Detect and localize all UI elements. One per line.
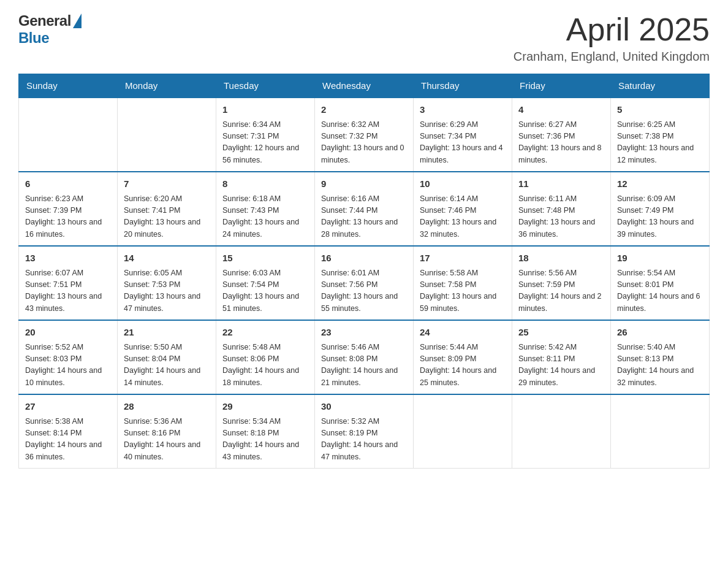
day-info: Sunrise: 5:58 AMSunset: 7:58 PMDaylight:… [420, 267, 506, 315]
day-header-saturday: Saturday [611, 74, 710, 98]
day-info: Sunrise: 5:44 AMSunset: 8:09 PMDaylight:… [420, 342, 506, 389]
calendar-cell: 10Sunrise: 6:14 AMSunset: 7:46 PMDayligh… [414, 172, 512, 246]
day-info: Sunrise: 6:11 AMSunset: 7:48 PMDaylight:… [518, 193, 604, 241]
calendar-cell: 24Sunrise: 5:44 AMSunset: 8:09 PMDayligh… [414, 320, 512, 394]
day-number: 27 [25, 400, 111, 414]
month-year-title: April 2025 [514, 12, 710, 47]
calendar-cell: 18Sunrise: 5:56 AMSunset: 7:59 PMDayligh… [512, 246, 611, 320]
day-info: Sunrise: 6:01 AMSunset: 7:56 PMDaylight:… [321, 267, 407, 315]
day-info: Sunrise: 5:56 AMSunset: 7:59 PMDaylight:… [518, 267, 604, 315]
day-info: Sunrise: 6:25 AMSunset: 7:38 PMDaylight:… [617, 119, 703, 167]
calendar-cell: 29Sunrise: 5:34 AMSunset: 8:18 PMDayligh… [216, 394, 315, 469]
day-number: 4 [518, 103, 604, 117]
calendar-cell: 1Sunrise: 6:34 AMSunset: 7:31 PMDaylight… [216, 98, 315, 172]
calendar-cell: 3Sunrise: 6:29 AMSunset: 7:34 PMDaylight… [414, 98, 512, 172]
calendar-cell: 26Sunrise: 5:40 AMSunset: 8:13 PMDayligh… [611, 320, 710, 394]
day-header-tuesday: Tuesday [216, 74, 315, 98]
day-number: 14 [124, 251, 210, 266]
day-number: 22 [222, 326, 308, 340]
calendar-week-row: 13Sunrise: 6:07 AMSunset: 7:51 PMDayligh… [19, 246, 710, 320]
day-info: Sunrise: 5:46 AMSunset: 8:08 PMDaylight:… [321, 342, 407, 389]
day-number: 20 [25, 326, 111, 340]
day-number: 7 [124, 177, 210, 191]
day-info: Sunrise: 6:29 AMSunset: 7:34 PMDaylight:… [420, 119, 506, 167]
day-info: Sunrise: 5:50 AMSunset: 8:04 PMDaylight:… [124, 342, 210, 389]
calendar-cell: 20Sunrise: 5:52 AMSunset: 8:03 PMDayligh… [19, 320, 118, 394]
day-number: 23 [321, 326, 407, 340]
calendar-cell: 2Sunrise: 6:32 AMSunset: 7:32 PMDaylight… [315, 98, 414, 172]
day-number: 21 [124, 326, 210, 340]
logo-general-text: General [18, 12, 71, 29]
logo: General Blue [18, 12, 82, 47]
day-number: 9 [321, 177, 407, 191]
day-number: 26 [617, 326, 703, 340]
day-number: 6 [25, 177, 111, 191]
calendar-cell: 28Sunrise: 5:36 AMSunset: 8:16 PMDayligh… [118, 394, 216, 469]
day-info: Sunrise: 6:34 AMSunset: 7:31 PMDaylight:… [222, 119, 308, 167]
calendar-cell: 5Sunrise: 6:25 AMSunset: 7:38 PMDaylight… [611, 98, 710, 172]
day-info: Sunrise: 5:54 AMSunset: 8:01 PMDaylight:… [617, 267, 703, 315]
calendar-cell: 15Sunrise: 6:03 AMSunset: 7:54 PMDayligh… [216, 246, 315, 320]
calendar-table: SundayMondayTuesdayWednesdayThursdayFrid… [18, 74, 710, 469]
calendar-cell [512, 394, 611, 469]
calendar-cell: 12Sunrise: 6:09 AMSunset: 7:49 PMDayligh… [611, 172, 710, 246]
day-info: Sunrise: 5:36 AMSunset: 8:16 PMDaylight:… [124, 416, 210, 464]
day-info: Sunrise: 5:38 AMSunset: 8:14 PMDaylight:… [25, 416, 111, 464]
calendar-cell: 8Sunrise: 6:18 AMSunset: 7:43 PMDaylight… [216, 172, 315, 246]
day-number: 17 [420, 251, 506, 266]
logo-triangle-icon [73, 13, 82, 28]
calendar-cell: 16Sunrise: 6:01 AMSunset: 7:56 PMDayligh… [315, 246, 414, 320]
day-info: Sunrise: 6:09 AMSunset: 7:49 PMDaylight:… [617, 193, 703, 241]
day-header-friday: Friday [512, 74, 611, 98]
day-number: 8 [222, 177, 308, 191]
calendar-cell: 27Sunrise: 5:38 AMSunset: 8:14 PMDayligh… [19, 394, 118, 469]
day-header-monday: Monday [118, 74, 216, 98]
day-info: Sunrise: 6:05 AMSunset: 7:53 PMDaylight:… [124, 267, 210, 315]
day-number: 10 [420, 177, 506, 191]
calendar-cell [118, 98, 216, 172]
calendar-cell: 17Sunrise: 5:58 AMSunset: 7:58 PMDayligh… [414, 246, 512, 320]
calendar-cell: 21Sunrise: 5:50 AMSunset: 8:04 PMDayligh… [118, 320, 216, 394]
page-header: General Blue April 2025 Cranham, England… [18, 12, 710, 64]
title-section: April 2025 Cranham, England, United King… [514, 12, 710, 64]
logo-blue-text: Blue [18, 29, 49, 46]
calendar-week-row: 27Sunrise: 5:38 AMSunset: 8:14 PMDayligh… [19, 394, 710, 469]
day-info: Sunrise: 6:20 AMSunset: 7:41 PMDaylight:… [124, 193, 210, 241]
day-info: Sunrise: 6:07 AMSunset: 7:51 PMDaylight:… [25, 267, 111, 315]
day-number: 5 [617, 103, 703, 117]
calendar-cell: 14Sunrise: 6:05 AMSunset: 7:53 PMDayligh… [118, 246, 216, 320]
day-header-sunday: Sunday [19, 74, 118, 98]
calendar-cell: 4Sunrise: 6:27 AMSunset: 7:36 PMDaylight… [512, 98, 611, 172]
day-number: 3 [420, 103, 506, 117]
day-number: 16 [321, 251, 407, 266]
day-number: 19 [617, 251, 703, 266]
calendar-cell: 7Sunrise: 6:20 AMSunset: 7:41 PMDaylight… [118, 172, 216, 246]
day-info: Sunrise: 5:52 AMSunset: 8:03 PMDaylight:… [25, 342, 111, 389]
calendar-cell: 11Sunrise: 6:11 AMSunset: 7:48 PMDayligh… [512, 172, 611, 246]
day-number: 1 [222, 103, 308, 117]
day-number: 12 [617, 177, 703, 191]
calendar-week-row: 20Sunrise: 5:52 AMSunset: 8:03 PMDayligh… [19, 320, 710, 394]
calendar-header-row: SundayMondayTuesdayWednesdayThursdayFrid… [19, 74, 710, 98]
day-info: Sunrise: 6:18 AMSunset: 7:43 PMDaylight:… [222, 193, 308, 241]
day-number: 13 [25, 251, 111, 266]
day-info: Sunrise: 5:40 AMSunset: 8:13 PMDaylight:… [617, 342, 703, 389]
day-number: 29 [222, 400, 308, 414]
calendar-cell: 22Sunrise: 5:48 AMSunset: 8:06 PMDayligh… [216, 320, 315, 394]
day-info: Sunrise: 5:34 AMSunset: 8:18 PMDaylight:… [222, 416, 308, 464]
calendar-cell: 30Sunrise: 5:32 AMSunset: 8:19 PMDayligh… [315, 394, 414, 469]
day-number: 15 [222, 251, 308, 266]
calendar-week-row: 1Sunrise: 6:34 AMSunset: 7:31 PMDaylight… [19, 98, 710, 172]
day-info: Sunrise: 6:03 AMSunset: 7:54 PMDaylight:… [222, 267, 308, 315]
calendar-cell: 23Sunrise: 5:46 AMSunset: 8:08 PMDayligh… [315, 320, 414, 394]
day-number: 2 [321, 103, 407, 117]
calendar-cell [414, 394, 512, 469]
day-number: 25 [518, 326, 604, 340]
calendar-week-row: 6Sunrise: 6:23 AMSunset: 7:39 PMDaylight… [19, 172, 710, 246]
day-info: Sunrise: 6:23 AMSunset: 7:39 PMDaylight:… [25, 193, 111, 241]
calendar-cell [611, 394, 710, 469]
day-number: 18 [518, 251, 604, 266]
day-info: Sunrise: 5:42 AMSunset: 8:11 PMDaylight:… [518, 342, 604, 389]
calendar-cell: 9Sunrise: 6:16 AMSunset: 7:44 PMDaylight… [315, 172, 414, 246]
day-number: 11 [518, 177, 604, 191]
